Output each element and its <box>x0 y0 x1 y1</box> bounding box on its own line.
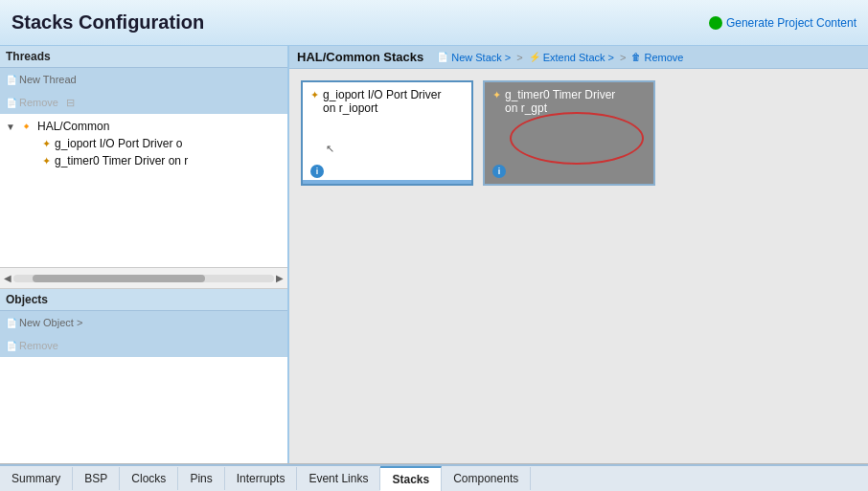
ioport-info: i <box>310 165 324 178</box>
bottom-tabs: SummaryBSPClocksPinsInterruptsEvent Link… <box>0 464 868 491</box>
ioport-icon: ✦ <box>42 138 51 150</box>
separator2: > <box>620 52 626 63</box>
stacks-title: HAL/Common Stacks <box>297 50 423 64</box>
generate-label: Generate Project Content <box>726 16 857 30</box>
objects-toolbar: 📄 New Object > <box>0 311 287 334</box>
objects-remove-label: Remove <box>19 340 58 351</box>
threads-tree: ▼ 🔸 HAL/Common ✦ g_ioport I/O Port Drive… <box>0 114 287 267</box>
new-object-label: New Object > <box>19 317 82 328</box>
extend-stack-button[interactable]: ⚡ Extend Stack > <box>529 52 614 63</box>
tree-item-halcommon[interactable]: ▼ 🔸 HAL/Common <box>0 118 287 135</box>
app-container: Stacks Configuration Generate Project Co… <box>0 0 868 491</box>
objects-toolbar2: 📄 Remove <box>0 334 287 357</box>
tab-interrupts[interactable]: Interrupts <box>225 467 298 490</box>
tree-label-timer: g_timer0 Timer Driver on r <box>55 154 188 167</box>
new-thread-label: New Thread <box>19 74 77 85</box>
timer-info: i <box>492 165 506 178</box>
tab-pins[interactable]: Pins <box>178 467 224 490</box>
timer-oval <box>510 112 644 165</box>
tab-summary[interactable]: Summary <box>0 467 73 490</box>
stacks-remove-label: Remove <box>644 52 683 63</box>
stacks-remove-button[interactable]: 🗑 Remove <box>631 52 683 63</box>
new-thread-button[interactable]: 📄 New Thread <box>6 74 77 85</box>
horizontal-scrollbar[interactable]: ◀ ▶ <box>0 267 287 288</box>
tree-item-timer[interactable]: ✦ g_timer0 Timer Driver on r <box>23 152 287 169</box>
tree-label-halcommon: HAL/Common <box>37 120 109 133</box>
scroll-thumb <box>33 275 205 282</box>
new-stack-button[interactable]: 📄 New Stack > <box>437 52 511 63</box>
threads-label: Threads <box>0 46 287 68</box>
ioport-card-text: g_ioport I/O Port Driveron r_ioport <box>323 88 441 115</box>
minus-icon: ⊟ <box>66 97 75 109</box>
objects-remove-icon: 📄 <box>6 341 17 351</box>
tab-bsp[interactable]: BSP <box>73 467 120 490</box>
tree-label-ioport: g_ioport I/O Port Driver o <box>55 137 182 150</box>
objects-label: Objects <box>0 289 287 311</box>
timer-card-text: g_timer0 Timer Driveron r_gpt <box>505 88 615 115</box>
objects-remove-button[interactable]: 📄 Remove <box>6 340 58 351</box>
ioport-card-icon: ✦ <box>310 89 319 101</box>
extend-stack-label: Extend Stack > <box>543 52 614 63</box>
scroll-track <box>13 275 274 282</box>
scroll-right-arrow[interactable]: ▶ <box>274 273 286 283</box>
timer-card-title: ✦ g_timer0 Timer Driveron r_gpt <box>492 88 646 115</box>
remove-icon: 📄 <box>6 98 17 108</box>
info-icon-ioport: i <box>310 165 324 178</box>
right-panel: HAL/Common Stacks 📄 New Stack > > ⚡ Exte… <box>289 46 868 463</box>
ioport-card-title: ✦ g_ioport I/O Port Driveron r_ioport <box>310 88 464 115</box>
threads-remove-button[interactable]: 📄 Remove <box>6 97 58 108</box>
page-title: Stacks Configuration <box>11 11 204 33</box>
tab-event-links[interactable]: Event Links <box>297 467 380 490</box>
new-thread-icon: 📄 <box>6 75 17 85</box>
tab-stacks[interactable]: Stacks <box>380 466 442 491</box>
info-icon-timer: i <box>492 165 506 178</box>
tab-components[interactable]: Components <box>442 467 531 490</box>
left-panel: Threads 📄 New Thread 📄 Remove ⊟ <box>0 46 289 463</box>
new-stack-icon: 📄 <box>437 52 448 62</box>
stacks-header: HAL/Common Stacks 📄 New Stack > > ⚡ Exte… <box>289 46 868 69</box>
threads-section: Threads 📄 New Thread 📄 Remove ⊟ <box>0 46 287 289</box>
generate-project-button[interactable]: Generate Project Content <box>709 16 857 30</box>
stacks-remove-icon: 🗑 <box>631 52 641 62</box>
remove-label: Remove <box>19 97 58 108</box>
main-content: Threads 📄 New Thread 📄 Remove ⊟ <box>0 46 868 464</box>
timer-icon: ✦ <box>42 155 51 167</box>
timer-card-icon: ✦ <box>492 89 501 101</box>
card-bottom-bar <box>303 180 471 184</box>
new-object-button[interactable]: 📄 New Object > <box>6 317 82 328</box>
stack-card-timer[interactable]: ✦ g_timer0 Timer Driveron r_gpt i <box>483 80 655 186</box>
tree-children: ✦ g_ioport I/O Port Driver o ✦ g_timer0 … <box>0 135 287 169</box>
tree-item-ioport[interactable]: ✦ g_ioport I/O Port Driver o <box>23 135 287 152</box>
extend-stack-icon: ⚡ <box>529 52 540 62</box>
stack-card-ioport[interactable]: ✦ g_ioport I/O Port Driveron r_ioport ↖ … <box>301 80 473 186</box>
threads-toolbar2: 📄 Remove ⊟ <box>0 91 287 114</box>
cursor-indicator: ↖ <box>326 143 334 155</box>
scroll-left-arrow[interactable]: ◀ <box>2 273 13 283</box>
separator1: > <box>516 52 522 63</box>
expand-icon: ▼ <box>6 122 15 132</box>
generate-icon <box>709 16 722 30</box>
objects-tree <box>0 357 287 463</box>
folder-icon: 🔸 <box>19 120 34 133</box>
tab-clocks[interactable]: Clocks <box>120 467 178 490</box>
new-stack-label: New Stack > <box>451 52 511 63</box>
new-object-icon: 📄 <box>6 318 17 328</box>
stacks-content: ✦ g_ioport I/O Port Driveron r_ioport ↖ … <box>289 69 868 463</box>
threads-toolbar: 📄 New Thread <box>0 68 287 91</box>
objects-section: Objects 📄 New Object > 📄 Remove <box>0 289 287 463</box>
header: Stacks Configuration Generate Project Co… <box>0 0 868 46</box>
